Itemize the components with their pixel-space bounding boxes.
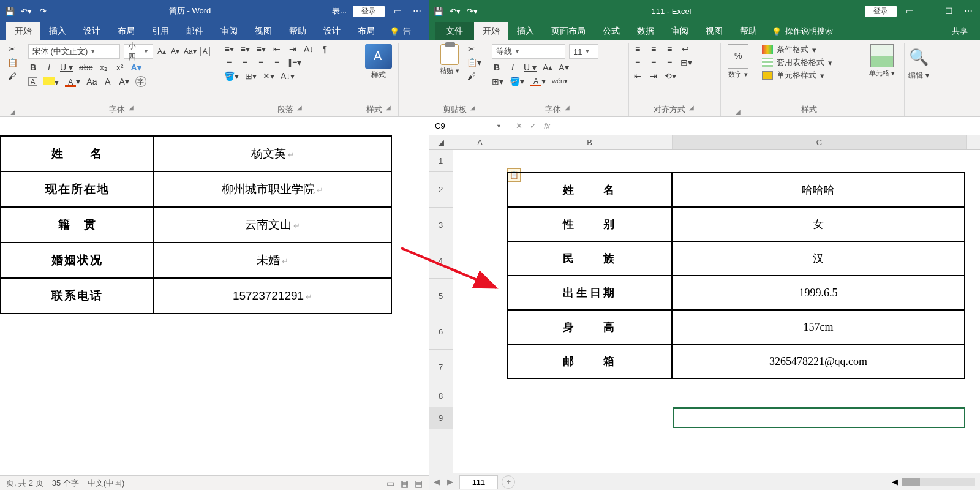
col-header[interactable]: A (453, 135, 507, 149)
align-left-icon[interactable]: ≡ (633, 58, 643, 67)
bottom-align-icon[interactable]: ≡ (665, 44, 674, 54)
fx-icon[interactable]: fx (544, 121, 550, 130)
redo-icon[interactable]: ↷▾ (467, 7, 478, 16)
tab-view[interactable]: 视图 (246, 22, 281, 40)
show-marks-icon[interactable]: ¶ (320, 44, 330, 54)
tellme-label[interactable]: 操作说明搜索 (785, 26, 833, 37)
number-format-button[interactable]: 数字 ▾ (725, 44, 752, 106)
tab-references[interactable]: 引用 (143, 22, 178, 40)
justify-icon[interactable]: ≡ (272, 58, 282, 67)
change-case-icon[interactable]: Aa▾ (184, 47, 197, 56)
cut-icon[interactable]: ✂ (7, 44, 17, 54)
font-name-combo[interactable]: 宋体 (中文正文)▼ (28, 44, 120, 59)
underline-icon[interactable]: U ▾ (524, 62, 537, 72)
tab-review[interactable]: 审阅 (663, 22, 697, 40)
more-icon[interactable]: ⋯ (410, 6, 424, 16)
line-spacing-icon[interactable]: ‖≡▾ (288, 58, 301, 67)
tab-mail[interactable]: 邮件 (178, 22, 212, 40)
grow-font-icon[interactable]: A▴ (157, 47, 167, 56)
word-resume-table[interactable]: 姓 名杨文英↵ 现在所在地柳州城市职业学院↵ 籍 贯云南文山↵ 婚姻状况未婚↵ … (0, 135, 392, 314)
dialog-launcher-icon[interactable]: ◢ (10, 108, 15, 115)
web-layout-icon[interactable]: ▤ (415, 478, 423, 488)
shading-icon[interactable]: 🪣▾ (224, 71, 239, 81)
styles-label[interactable]: 样式 (365, 70, 392, 80)
sort-icon[interactable]: A↓ (304, 44, 314, 54)
row-header[interactable]: 6 (429, 314, 453, 350)
name-box[interactable]: C9▼ (429, 117, 508, 135)
share-button[interactable]: 共享 (946, 26, 974, 37)
dialog-launcher-icon[interactable]: ◢ (736, 108, 741, 115)
bold-icon[interactable]: B (492, 62, 502, 72)
strike-icon[interactable]: abc (79, 62, 93, 72)
shrink-font-icon[interactable]: A▾ (170, 47, 180, 56)
minimize-icon[interactable]: — (922, 6, 936, 16)
col-header[interactable]: B (507, 135, 673, 149)
cells-button[interactable]: 单元格 ▾ (866, 44, 898, 113)
fill-color-icon[interactable]: 🪣▾ (510, 77, 524, 86)
sheet-tab[interactable]: 111 (459, 475, 499, 489)
format-painter-icon[interactable]: 🖌 (7, 71, 17, 81)
undo-icon[interactable]: ↶▾ (21, 7, 32, 16)
row-header[interactable]: 5 (429, 279, 453, 314)
dialog-launcher-icon[interactable]: ◢ (470, 104, 475, 115)
grow-font-icon[interactable]: A▴ (543, 62, 552, 72)
word-count[interactable]: 35 个字 (52, 478, 79, 489)
top-align-icon[interactable]: ≡ (633, 44, 643, 54)
styles-icon[interactable] (365, 44, 392, 69)
italic-icon[interactable]: I (508, 62, 518, 72)
increase-indent-icon[interactable]: ⇥ (288, 44, 298, 54)
tab-insert[interactable]: 插入 (40, 22, 75, 40)
ribbon-options-icon[interactable]: ▭ (391, 6, 404, 16)
merge-icon[interactable]: ⊟▾ (680, 58, 692, 67)
row-header[interactable]: 3 (429, 208, 453, 243)
italic-icon[interactable]: I (44, 62, 54, 72)
login-button[interactable]: 登录 (353, 6, 385, 17)
cell-styles[interactable]: 单元格样式 ▾ (762, 70, 856, 81)
cancel-icon[interactable]: ✕ (516, 121, 522, 130)
orientation-icon[interactable]: ⟲▾ (665, 71, 676, 81)
col-header[interactable]: C (673, 135, 967, 149)
row-header[interactable]: 1 (429, 150, 453, 172)
tab-insert[interactable]: 插入 (508, 22, 543, 40)
multilevel-icon[interactable]: ≡▾ (256, 44, 266, 54)
tab-help[interactable]: 帮助 (731, 22, 766, 40)
font-color-icon[interactable]: A▾ (65, 77, 80, 87)
find-button[interactable]: 🔍 编辑 ▾ (908, 44, 929, 113)
char-shading-icon[interactable]: A▾ (119, 77, 129, 86)
tab-home[interactable]: 开始 (474, 22, 508, 40)
scroll-left-icon[interactable]: ◀ (892, 477, 898, 486)
char-border-icon[interactable]: Aa (86, 77, 97, 86)
numbering-icon[interactable]: ≡▾ (240, 44, 250, 54)
sort-icon2[interactable]: A↓▾ (281, 71, 295, 81)
clear-format-icon[interactable]: A (200, 47, 210, 56)
dialog-launcher-icon[interactable]: ◢ (689, 104, 694, 115)
borders-icon[interactable]: ⊞▾ (245, 71, 257, 81)
copy-icon[interactable]: 📋▾ (467, 58, 481, 67)
bold-icon[interactable]: B (28, 62, 38, 72)
word-document[interactable]: 姓 名杨文英↵ 现在所在地柳州城市职业学院↵ 籍 贯云南文山↵ 婚姻状况未婚↵ … (0, 117, 429, 475)
tab-home[interactable]: 开始 (6, 22, 40, 40)
save-icon[interactable]: 💾 (434, 7, 443, 16)
tab-help[interactable]: 帮助 (281, 22, 315, 40)
phonetic-icon[interactable]: A (28, 77, 37, 86)
tab-review[interactable]: 审阅 (212, 22, 246, 40)
align-right-icon[interactable]: ≡ (256, 58, 266, 67)
tab-pagelayout[interactable]: 页面布局 (543, 22, 594, 40)
dialog-launcher-icon[interactable]: ◢ (565, 104, 570, 115)
borders-icon[interactable]: ⊞▾ (492, 77, 503, 86)
dialog-launcher-icon[interactable]: ◢ (386, 104, 391, 115)
font-size-combo[interactable]: 小四▼ (124, 44, 153, 59)
row-header[interactable]: 9 (429, 407, 453, 429)
row-header[interactable]: 4 (429, 243, 453, 279)
dialog-launcher-icon[interactable]: ◢ (297, 104, 302, 115)
phonetic-icon[interactable]: wén▾ (552, 77, 568, 85)
horizontal-scrollbar[interactable] (902, 478, 975, 486)
underline-icon[interactable]: U ▾ (60, 62, 73, 72)
language[interactable]: 中文(中国) (88, 478, 125, 489)
login-button[interactable]: 登录 (865, 6, 897, 17)
row-header[interactable]: 7 (429, 350, 453, 385)
close-icon[interactable]: ⋯ (962, 6, 975, 16)
redo-icon[interactable]: ↷ (38, 7, 48, 16)
middle-align-icon[interactable]: ≡ (649, 44, 658, 54)
tellme-icon[interactable]: 💡 (772, 27, 782, 36)
